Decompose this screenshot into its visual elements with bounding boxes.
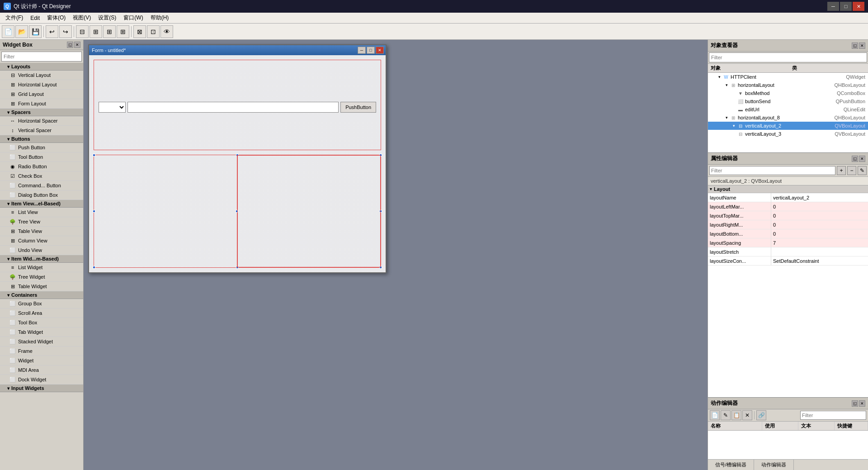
property-add-btn[interactable]: + (837, 166, 846, 175)
menu-settings[interactable]: 设置(S) (94, 13, 120, 23)
form-max-button[interactable]: □ (367, 47, 375, 54)
category-item-widgets[interactable]: Item Wid...m-Based) (0, 255, 83, 263)
action-filter-input[interactable] (800, 411, 866, 420)
widget-radio-button[interactable]: ◉ Radio Button (0, 162, 83, 171)
action-float-btn[interactable]: ◱ (852, 400, 858, 407)
widget-tab-widget[interactable]: ⬜ Tab Widget (0, 328, 83, 337)
widget-table-view[interactable]: ⊞ Table View (0, 227, 83, 236)
category-containers[interactable]: Containers (0, 291, 83, 299)
expand-vlayout2[interactable]: ▾ (731, 123, 737, 129)
prop-row-sizecon[interactable]: layoutSizeCon... SetDefaultConstraint (708, 256, 868, 266)
widget-mdi-area[interactable]: ⬜ MDI Area (0, 366, 83, 375)
menu-file[interactable]: 文件(F) (2, 13, 27, 23)
prop-row-rightmar[interactable]: layoutRightM... 0 (708, 220, 868, 229)
expand-boxmethod[interactable]: ▾ (731, 90, 737, 96)
action-associate-btn[interactable]: 🔗 (756, 410, 766, 420)
expand-editurl[interactable]: ▾ (731, 106, 737, 113)
menu-view[interactable]: 视图(V) (69, 13, 94, 23)
widget-vert-spacer[interactable]: ↕ Vertical Spacer (0, 126, 83, 135)
box-method-combo[interactable] (99, 102, 126, 113)
widget-widget[interactable]: ⬜ Widget (0, 356, 83, 366)
action-edit-btn[interactable]: ✎ (721, 410, 731, 420)
layout-form-button[interactable]: ⊞ (117, 25, 129, 38)
widget-push-button[interactable]: ⬜ Push Button (0, 143, 83, 152)
widget-form-layout[interactable]: ⊞ Form Layout (0, 99, 83, 109)
widget-stacked-widget[interactable]: ⬜ Stacked Widget (0, 337, 83, 347)
tree-item-httpclient[interactable]: ▾ W HTTPClient QWidget (708, 73, 868, 81)
widget-dock-widget[interactable]: ⬜ Dock Widget (0, 375, 83, 385)
prop-section-layout[interactable]: Layout (708, 185, 868, 193)
form-min-button[interactable]: ─ (358, 47, 366, 54)
expand-hlayout[interactable]: ▾ (723, 82, 730, 88)
edit-url-input[interactable] (127, 102, 339, 113)
action-footer-tab-signals[interactable]: 信号/槽编辑器 (708, 460, 754, 470)
menu-edit[interactable]: Edit (27, 14, 43, 22)
form-close-button[interactable]: ✕ (376, 47, 384, 54)
widget-command-button[interactable]: ⬜ Command... Button (0, 181, 83, 190)
widget-frame[interactable]: ⬜ Frame (0, 347, 83, 356)
form-content[interactable]: PushButton (89, 55, 386, 272)
category-spacers[interactable]: Spacers (0, 109, 83, 116)
inspector-float-btn[interactable]: ◱ (852, 43, 858, 49)
menu-window[interactable]: 窗口(W) (120, 13, 146, 23)
expand-httpclient[interactable]: ▾ (716, 74, 722, 80)
category-buttons[interactable]: Buttons (0, 135, 83, 143)
expand-buttonsend[interactable]: ▾ (731, 98, 737, 104)
inspector-close-btn[interactable]: ✕ (859, 43, 865, 49)
prop-row-leftmar[interactable]: layoutLeftMar... 0 (708, 202, 868, 211)
category-layouts[interactable]: Layouts (0, 63, 83, 71)
tree-item-editurl[interactable]: ▾ ▬ editUrl QLineEdit (708, 105, 868, 114)
widget-filter-input[interactable] (1, 52, 82, 62)
prop-row-topmar[interactable]: layoutTopMar... 0 (708, 211, 868, 220)
widget-dialog-button-box[interactable]: ⬜ Dialog Button Box (0, 190, 83, 200)
widget-table-widget[interactable]: ⊞ Table Widget (0, 282, 83, 291)
action-copy-btn[interactable]: 📋 (731, 410, 741, 420)
widget-list-view[interactable]: ≡ List View (0, 208, 83, 217)
action-delete-btn[interactable]: ✕ (742, 410, 752, 420)
menu-help[interactable]: 帮助(H) (147, 13, 173, 23)
property-remove-btn[interactable]: − (847, 166, 856, 175)
widget-undo-view[interactable]: ⬜ Undo View (0, 246, 83, 255)
widget-box-float-btn[interactable]: ◱ (67, 42, 73, 48)
widget-tool-button[interactable]: ⬜ Tool Button (0, 152, 83, 162)
close-button[interactable]: ✕ (853, 2, 864, 11)
widget-tree-view[interactable]: 🌳 Tree View (0, 217, 83, 227)
open-button[interactable]: 📂 (15, 25, 28, 38)
widget-vertical-layout[interactable]: ⊟ Vertical Layout (0, 71, 83, 80)
category-item-views[interactable]: Item View...el-Based) (0, 200, 83, 208)
break-layout-button[interactable]: ⊠ (133, 25, 146, 38)
widget-horizontal-layout[interactable]: ⊞ Horizontal Layout (0, 80, 83, 90)
action-new-btn[interactable]: 📄 (710, 410, 720, 420)
widget-box-close-btn[interactable]: ✕ (74, 42, 80, 48)
expand-hlayout8[interactable]: ▾ (723, 114, 730, 121)
widget-group-box[interactable]: ⬜ Group Box (0, 299, 83, 309)
tree-item-vlayout2[interactable]: ▾ ⊟ verticalLayout_2 QVBoxLayout (708, 122, 868, 130)
widget-tool-box[interactable]: ⬜ Tool Box (0, 318, 83, 328)
widget-list-widget[interactable]: ≡ List Widget (0, 263, 83, 272)
tree-item-hlayout[interactable]: ▾ ⊞ horizontalLayout QHBoxLayout (708, 81, 868, 89)
prop-row-spacing[interactable]: layoutSpacing 7 (708, 238, 868, 247)
property-float-btn[interactable]: ◱ (852, 156, 858, 162)
canvas-area[interactable]: Form - untitled* ─ □ ✕ PushButto (84, 40, 708, 470)
widget-horiz-spacer[interactable]: ↔ Horizontal Spacer (0, 116, 83, 126)
tree-item-boxmethod[interactable]: ▾ ▼ boxMethod QComboBox (708, 89, 868, 97)
adjust-button[interactable]: ⊡ (147, 25, 160, 38)
widget-tree-widget[interactable]: 🌳 Tree Widget (0, 272, 83, 282)
expand-vlayout3[interactable]: ▾ (731, 131, 737, 137)
widget-grid-layout[interactable]: ⊞ Grid Layout (0, 90, 83, 99)
menu-form[interactable]: 窗体(O) (43, 13, 69, 23)
tree-item-buttonsend[interactable]: ▾ ⬜ buttonSend QPushButton (708, 97, 868, 105)
action-close-btn[interactable]: ✕ (859, 400, 865, 407)
prop-row-stretch[interactable]: layoutStretch (708, 247, 868, 256)
layout-grid-button[interactable]: ⊞ (103, 25, 116, 38)
property-edit-btn[interactable]: ✎ (858, 166, 867, 175)
save-button[interactable]: 💾 (29, 25, 42, 38)
button-send[interactable]: PushButton (340, 102, 376, 113)
widget-check-box[interactable]: ☑ Check Box (0, 171, 83, 181)
tree-item-hlayout8[interactable]: ▾ ⊞ horizontalLayout_8 QHBoxLayout (708, 114, 868, 122)
maximize-button[interactable]: □ (840, 2, 852, 11)
prop-row-bottommar[interactable]: layoutBottom... 0 (708, 229, 868, 238)
preview-button[interactable]: 👁 (160, 25, 173, 38)
redo-button[interactable]: ↪ (59, 25, 72, 38)
widget-scroll-area[interactable]: ⬜ Scroll Area (0, 309, 83, 318)
